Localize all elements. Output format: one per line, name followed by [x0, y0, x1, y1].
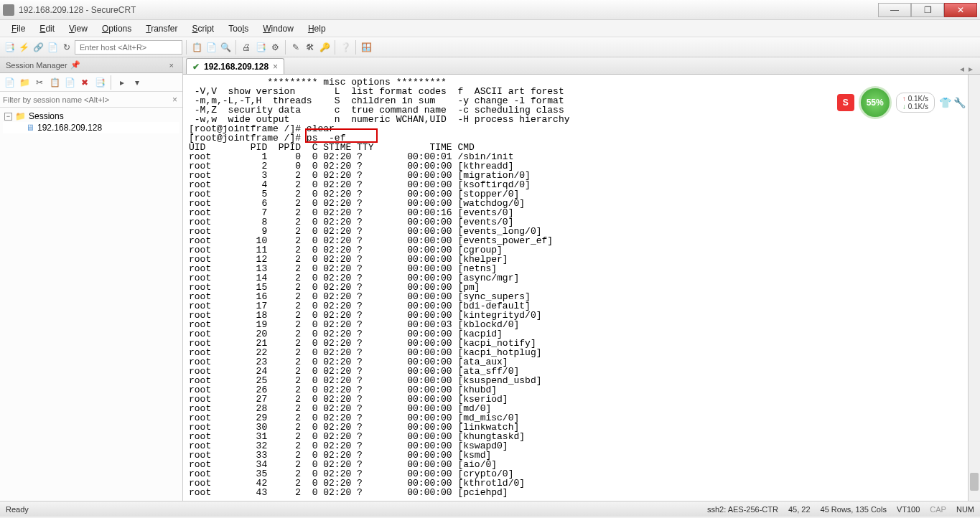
content-area: ✔ 192.168.209.128 × ◂ ▸ ********* misc o…: [183, 57, 980, 501]
window-title: 192.168.209.128 - SecureCRT: [19, 5, 878, 15]
connected-icon: ✔: [192, 62, 200, 72]
tree-root-label: Sessions: [29, 111, 64, 121]
expand-icon[interactable]: ▸: [116, 76, 129, 89]
window-icon[interactable]: 🪟: [360, 41, 373, 54]
tree-root[interactable]: − 📁 Sessions: [3, 110, 179, 122]
menu-script[interactable]: Script: [187, 22, 220, 35]
session-filter: ×: [0, 92, 182, 108]
clear-filter-icon[interactable]: ×: [170, 95, 179, 105]
options-icon[interactable]: ⚙: [269, 41, 281, 54]
session-manager-icon[interactable]: 📑: [3, 41, 16, 54]
statusbar: Ready ssh2: AES-256-CTR 45, 22 45 Rows, …: [0, 501, 980, 517]
tabbar: ✔ 192.168.209.128 × ◂ ▸: [183, 57, 980, 75]
new-session-icon[interactable]: 📄: [3, 76, 16, 89]
menu-view[interactable]: View: [63, 22, 93, 35]
session-manager-toolbar: 📄 📁 ✂ 📋 📄 ✖ 📑 ▸ ▾: [0, 73, 182, 92]
maximize-button[interactable]: ❐: [911, 3, 944, 17]
script-icon[interactable]: ✎: [289, 41, 302, 54]
status-term-type: VT100: [897, 505, 920, 514]
close-button[interactable]: ✕: [944, 3, 977, 17]
status-cap: CAP: [930, 505, 946, 514]
minimize-button[interactable]: —: [878, 3, 911, 17]
delete-icon[interactable]: ✖: [78, 76, 91, 89]
find-icon[interactable]: 🔍: [219, 41, 232, 54]
copy-icon[interactable]: 📋: [190, 41, 203, 54]
scroll-thumb[interactable]: [970, 473, 979, 491]
pin-icon[interactable]: 📌: [70, 60, 80, 70]
status-cursor-pos: 45, 22: [788, 505, 811, 514]
menu-file[interactable]: File: [6, 22, 31, 35]
sm-properties-icon[interactable]: 📑: [93, 76, 106, 89]
menu-tools[interactable]: Tools: [223, 22, 254, 35]
sm-copy-icon[interactable]: 📋: [48, 76, 61, 89]
close-tab-icon[interactable]: ×: [273, 62, 278, 72]
connect-in-tab-icon[interactable]: 📄: [46, 41, 59, 54]
collapse-icon[interactable]: ▾: [131, 76, 144, 89]
session-tab[interactable]: ✔ 192.168.209.128 ×: [186, 58, 284, 74]
cut-icon[interactable]: ✂: [33, 76, 46, 89]
filter-input[interactable]: [3, 95, 170, 104]
session-manager-label: Session Manager: [6, 61, 67, 70]
titlebar: 192.168.209.128 - SecureCRT — ❐ ✕: [0, 0, 980, 20]
print-icon[interactable]: 🖨: [240, 41, 253, 54]
app-icon: [3, 4, 14, 16]
reconnect-icon[interactable]: ↻: [60, 41, 73, 54]
properties-icon[interactable]: 📑: [254, 41, 267, 54]
menubar: File Edit View Options Transfer Script T…: [0, 20, 980, 37]
tab-prev-icon[interactable]: ◂: [960, 64, 964, 74]
quick-connect-icon[interactable]: 🔗: [32, 41, 45, 54]
folder-icon: 📁: [15, 111, 26, 121]
tab-next-icon[interactable]: ▸: [969, 64, 973, 74]
paste-icon[interactable]: 📄: [205, 41, 218, 54]
connect-icon[interactable]: ⚡: [17, 41, 30, 54]
host-icon: 🖥: [26, 123, 34, 133]
new-folder-icon[interactable]: 📁: [18, 76, 31, 89]
toolbar: 📑 ⚡ 🔗 📄 ↻ 📋 📄 🔍 🖨 📑 ⚙ ✎ 🛠 🔑 ❔ 🪟: [0, 37, 980, 57]
menu-help[interactable]: Help: [302, 22, 332, 35]
menu-edit[interactable]: Edit: [34, 22, 60, 35]
tools-icon[interactable]: 🛠: [304, 41, 317, 54]
close-panel-icon[interactable]: ×: [167, 61, 177, 70]
terminal[interactable]: ********* misc options ********* -V,V sh…: [183, 75, 980, 501]
tree-host-label: 192.168.209.128: [37, 123, 102, 133]
session-manager-title: Session Manager 📌 ×: [0, 57, 182, 73]
menu-transfer[interactable]: Transfer: [140, 22, 183, 35]
menu-window[interactable]: Window: [257, 22, 299, 35]
tree-host[interactable]: 🖥 192.168.209.128: [3, 122, 179, 133]
tab-label: 192.168.209.128: [204, 62, 269, 72]
sm-paste-icon[interactable]: 📄: [63, 76, 76, 89]
status-num: NUM: [956, 505, 974, 514]
terminal-scrollbar[interactable]: [968, 75, 980, 501]
host-input[interactable]: [75, 40, 182, 55]
session-manager-panel: Session Manager 📌 × 📄 📁 ✂ 📋 📄 ✖ 📑 ▸ ▾ × …: [0, 57, 183, 501]
status-ready: Ready: [6, 505, 29, 514]
key-icon[interactable]: 🔑: [318, 41, 331, 54]
collapse-toggle-icon[interactable]: −: [4, 113, 12, 121]
session-tree[interactable]: − 📁 Sessions 🖥 192.168.209.128: [0, 108, 182, 501]
help-icon[interactable]: ❔: [339, 41, 352, 54]
status-connection: ssh2: AES-256-CTR: [707, 505, 778, 514]
menu-options[interactable]: Options: [96, 22, 137, 35]
status-size: 45 Rows, 135 Cols: [821, 505, 887, 514]
